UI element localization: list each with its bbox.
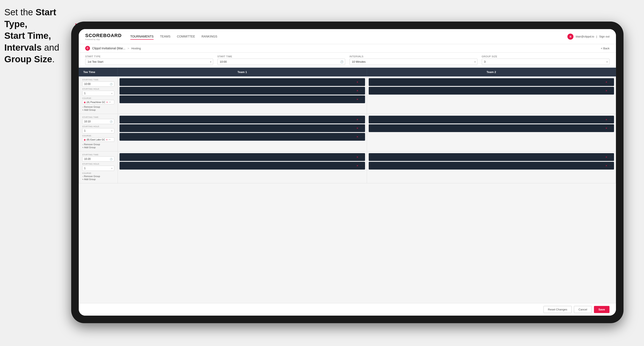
team2-slot-x-0-1[interactable]: ✕ (606, 89, 607, 92)
starting-time-input-0[interactable]: 10:00 🕐 (82, 81, 114, 87)
team1-extra-dots-1-0: ⋯ (360, 136, 362, 138)
course-remove-x-1[interactable]: ✕ (106, 139, 108, 141)
add-group-link-2[interactable]: Add Group (82, 178, 114, 180)
logo-area: SCOREBOARD Powered by clipp (85, 33, 122, 40)
team1-slot-0-0[interactable]: ✕ ⋯ (120, 78, 365, 86)
nav-committee[interactable]: COMMITTEE (177, 34, 195, 40)
team1-slot-1-1[interactable]: ✕ ⋯ (120, 124, 365, 132)
team2-cell-0: ✕ ⋯ ✕ ⋯ (367, 76, 616, 114)
team2-slot-x-2-0[interactable]: ✕ (606, 156, 607, 159)
table-container[interactable]: Tee Time Team 1 Team 2 STARTING TIME: 10… (79, 68, 616, 303)
starting-hole-label-2: STARTING HOLE: (82, 163, 114, 165)
team2-cell-1: ✕ ⋯ ✕ ⋯ (367, 114, 616, 152)
team2-slot-2-0[interactable]: ✕ ⋯ (369, 153, 614, 161)
team2-cell-2: ✕ ⋯ ✕ ⋯ (367, 152, 616, 183)
course-tag-0: ▣ (A) Peachtree GC ✕ ••• (82, 100, 114, 104)
group-size-select[interactable]: 3 (482, 59, 610, 65)
reset-button[interactable]: Reset Changes (544, 306, 572, 313)
nav-separator: | (596, 35, 597, 38)
starting-hole-select-0[interactable]: 1 ▾ (82, 91, 114, 96)
course-icon-1: ▣ (84, 139, 86, 141)
intervals-label: Intervals (350, 55, 478, 58)
start-time-input-wrapper: 10:00 🕐 (218, 59, 346, 65)
footer-bar: Reset Changes Cancel Save (79, 303, 616, 316)
remove-group-link-2[interactable]: Remove Group (82, 175, 114, 177)
tee-left-cell-1: STARTING TIME: 10:10 🕐 STARTING HOLE: 1 … (79, 114, 118, 152)
team2-slot-0-1[interactable]: ✕ ⋯ (369, 87, 614, 95)
annotation-line3-suffix: and (42, 42, 59, 53)
annotation-line3-bold: Intervals (4, 42, 42, 53)
remove-group-link-0[interactable]: Remove Group (82, 106, 114, 108)
col-team1: Team 1 (118, 68, 367, 76)
intervals-group: Intervals 10 Minutes (350, 55, 478, 65)
annotation-line4-bold: Group Size (4, 54, 52, 64)
team2-slot-1-1[interactable]: ✕ ⋯ (369, 124, 614, 132)
intervals-select[interactable]: 10 Minutes (350, 59, 478, 65)
team1-cell-0: ✕ ⋯ ✕ ⋯ ✕ ⋯ (118, 76, 367, 114)
team1-extra-slot-0-0[interactable]: ✕ ⋯ (120, 95, 365, 103)
team1-slot-x-2-1[interactable]: ✕ (356, 164, 358, 167)
starting-time-input-2[interactable]: 10:20 🕐 (82, 157, 114, 162)
remove-group-link-1[interactable]: Remove Group (82, 143, 114, 146)
starting-hole-select-2[interactable]: 1 ▾ (82, 166, 114, 171)
team1-extra-x-0-0[interactable]: ✕ (356, 98, 358, 101)
team2-slot-1-0[interactable]: ✕ ⋯ (369, 116, 614, 124)
tablet-frame: SCOREBOARD Powered by clipp TOURNAMENTS … (71, 21, 624, 323)
team2-slot-0-0[interactable]: ✕ ⋯ (369, 78, 614, 86)
team1-slot-x-1-0[interactable]: ✕ (356, 118, 358, 121)
logo-text: SCOREBOARD (85, 33, 122, 38)
start-time-label: Start Time (218, 55, 346, 58)
team1-slot-2-0[interactable]: ✕ ⋯ (120, 153, 365, 161)
course-label-1: COURSE: (82, 135, 114, 137)
team1-extra-x-1-0[interactable]: ✕ (356, 136, 358, 138)
team1-slot-1-0[interactable]: ✕ ⋯ (120, 116, 365, 124)
time-clock-icon-1: 🕐 (110, 120, 112, 123)
back-button[interactable]: Back (601, 47, 610, 50)
tee-left-cell-2: STARTING TIME: 10:20 🕐 STARTING HOLE: 1 … (79, 152, 118, 183)
nav-tournaments[interactable]: TOURNAMENTS (130, 34, 154, 40)
team2-slot-x-2-1[interactable]: ✕ (606, 164, 607, 167)
nav-right: B blair@clippd.io | Sign out (568, 34, 610, 40)
team1-slot-x-2-0[interactable]: ✕ (356, 156, 358, 159)
hole-chevron-icon-2: ▾ (111, 167, 112, 170)
starting-hole-select-1[interactable]: 1 ▾ (82, 128, 114, 133)
team1-slot-x-0-0[interactable]: ✕ (356, 81, 358, 84)
team2-slot-dots-2-1: ⋯ (609, 164, 612, 167)
team2-slot-x-1-1[interactable]: ✕ (606, 127, 607, 130)
team1-slot-dots-1-1: ⋯ (360, 127, 362, 130)
nav-rankings[interactable]: RANKINGS (202, 34, 217, 40)
nav-teams[interactable]: TEAMS (160, 34, 170, 40)
breadcrumb-current: Hosting (132, 47, 141, 50)
add-group-link-0[interactable]: Add Group (82, 109, 114, 111)
course-label-0: COURSE: (82, 97, 114, 99)
hole-chevron-icon-1: ▾ (111, 130, 112, 132)
starting-time-label-1: STARTING TIME: (82, 116, 114, 118)
save-button[interactable]: Save (594, 306, 610, 313)
course-name-0: (A) Peachtree GC (86, 101, 105, 103)
team1-slot-0-1[interactable]: ✕ ⋯ (120, 87, 365, 95)
team2-slot-x-0-0[interactable]: ✕ (606, 81, 607, 84)
sign-out-link[interactable]: Sign out (599, 35, 610, 38)
team2-slot-2-1[interactable]: ✕ ⋯ (369, 162, 614, 170)
breadcrumb: C Clippd Invitational (Mar... > Hosting (85, 46, 141, 51)
start-type-select[interactable]: 1st Tee Start (85, 59, 213, 65)
team1-slot-2-1[interactable]: ✕ ⋯ (120, 162, 365, 170)
starting-hole-label-0: STARTING HOLE: (82, 88, 114, 90)
nav-links: TOURNAMENTS TEAMS COMMITTEE RANKINGS (130, 34, 568, 40)
start-type-group: Start Type 1st Tee Start (85, 55, 213, 65)
team1-slot-dots-1-0: ⋯ (360, 118, 362, 121)
team1-extra-slot-1-0[interactable]: ✕ ⋯ (120, 133, 365, 141)
start-time-input[interactable]: 10:00 (218, 59, 346, 65)
team2-slot-dots-1-0: ⋯ (609, 118, 612, 121)
starting-time-input-1[interactable]: 10:10 🕐 (82, 119, 114, 124)
start-time-group: Start Time 10:00 🕐 (218, 55, 346, 65)
time-clock-icon-2: 🕐 (110, 158, 112, 160)
team1-slot-x-0-1[interactable]: ✕ (356, 89, 358, 92)
tournament-name[interactable]: Clippd Invitational (Mar... (92, 46, 125, 50)
cancel-button[interactable]: Cancel (574, 306, 592, 313)
course-dots-0: ••• (109, 101, 111, 103)
course-remove-x-0[interactable]: ✕ (106, 101, 108, 103)
add-group-link-1[interactable]: Add Group (82, 146, 114, 149)
team2-slot-x-1-0[interactable]: ✕ (606, 118, 607, 121)
team1-slot-x-1-1[interactable]: ✕ (356, 127, 358, 130)
